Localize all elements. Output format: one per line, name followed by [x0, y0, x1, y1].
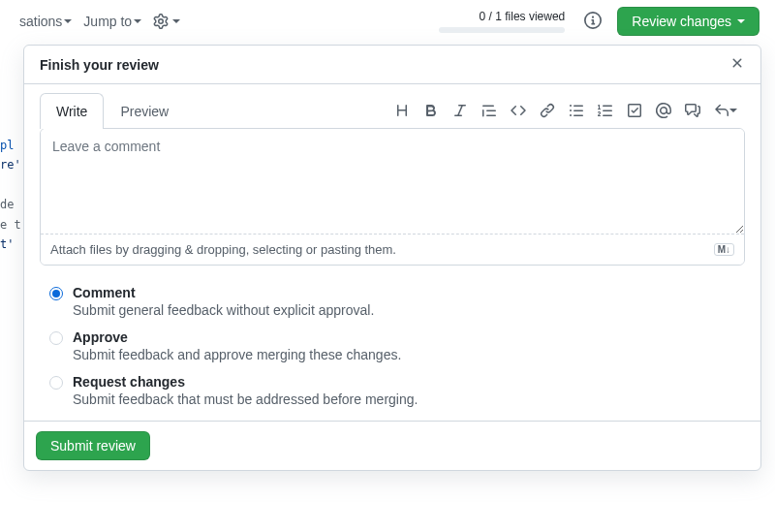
editor-area: Write Preview [24, 84, 760, 421]
caret-down-icon [729, 109, 737, 112]
reply-icon [714, 103, 729, 118]
files-viewed-progress [439, 27, 565, 33]
tabs-toolbar-row: Write Preview [32, 92, 753, 128]
review-options: Comment Submit general feedback without … [32, 266, 753, 421]
comment-textarea[interactable] [41, 129, 744, 234]
tab-preview[interactable]: Preview [104, 93, 185, 129]
italic-button[interactable] [452, 103, 468, 118]
attach-bar[interactable]: Attach files by dragging & dropping, sel… [41, 234, 744, 265]
md-toolbar [394, 103, 745, 118]
option-desc: Submit feedback and approve merging thes… [73, 347, 735, 362]
review-changes-button[interactable]: Review changes [617, 7, 760, 36]
caret-down-icon [134, 19, 141, 23]
tab-write[interactable]: Write [40, 93, 104, 129]
ordered-list-icon [598, 103, 613, 118]
option-title: Comment [73, 285, 735, 300]
link-button[interactable] [540, 103, 555, 118]
ordered-list-button[interactable] [598, 103, 613, 118]
code-icon [511, 103, 526, 118]
option-title: Request changes [73, 374, 735, 390]
diff-settings-button[interactable] [149, 10, 184, 33]
conversations-link[interactable]: sations [16, 10, 76, 33]
unordered-list-icon [569, 103, 584, 118]
panel-footer: Submit review [24, 421, 760, 470]
tasklist-icon [627, 103, 642, 118]
panel-header: Finish your review [24, 46, 760, 84]
quote-button[interactable] [481, 103, 497, 118]
caret-down-icon [172, 19, 180, 23]
panel-title: Finish your review [40, 57, 159, 73]
files-viewed: 0 / 1 files viewed [439, 10, 565, 33]
quote-icon [481, 103, 497, 118]
bold-button[interactable] [423, 103, 439, 118]
review-changes-label: Review changes [632, 14, 731, 29]
crossref-icon [685, 103, 700, 118]
files-viewed-label: 0 / 1 files viewed [439, 10, 565, 25]
markdown-badge[interactable]: M↓ [714, 243, 734, 256]
link-icon [540, 103, 555, 118]
diff-background: pl re' de e t t' [0, 136, 21, 254]
unordered-list-button[interactable] [569, 103, 584, 118]
jumpto-link[interactable]: Jump to [79, 10, 145, 33]
italic-icon [452, 103, 468, 118]
tasklist-button[interactable] [627, 103, 642, 118]
caret-down-icon [64, 19, 72, 23]
topbar: sations Jump to 0 / 1 files viewed Revie… [0, 0, 775, 43]
reply-button[interactable] [714, 103, 737, 118]
info-button[interactable] [584, 12, 602, 32]
option-comment[interactable]: Comment Submit general feedback without … [40, 279, 745, 324]
heading-button[interactable] [394, 103, 410, 118]
heading-icon [394, 103, 410, 118]
option-request-changes[interactable]: Request changes Submit feedback that mus… [40, 368, 745, 413]
conversations-label: sations [19, 14, 62, 29]
radio-approve[interactable] [49, 331, 63, 345]
comment-box: Attach files by dragging & dropping, sel… [40, 128, 745, 266]
jumpto-label: Jump to [83, 14, 132, 29]
mention-icon [656, 103, 671, 118]
option-approve[interactable]: Approve Submit feedback and approve merg… [40, 324, 745, 368]
caret-down-icon [737, 19, 745, 23]
mention-button[interactable] [656, 103, 671, 118]
option-title: Approve [73, 329, 735, 345]
submit-review-button[interactable]: Submit review [36, 431, 150, 460]
radio-request-changes[interactable] [49, 376, 63, 390]
radio-comment[interactable] [49, 287, 63, 300]
option-desc: Submit feedback that must be addressed b… [73, 391, 735, 407]
close-icon [729, 55, 745, 71]
close-button[interactable] [729, 55, 745, 74]
topbar-left: sations Jump to [16, 10, 184, 33]
bold-icon [423, 103, 439, 118]
crossref-button[interactable] [685, 103, 700, 118]
review-panel: Finish your review Write Preview [23, 45, 761, 471]
gear-icon [153, 14, 169, 29]
code-button[interactable] [511, 103, 526, 118]
option-desc: Submit general feedback without explicit… [73, 302, 735, 318]
info-icon [584, 12, 602, 29]
attach-hint: Attach files by dragging & dropping, sel… [50, 242, 396, 257]
